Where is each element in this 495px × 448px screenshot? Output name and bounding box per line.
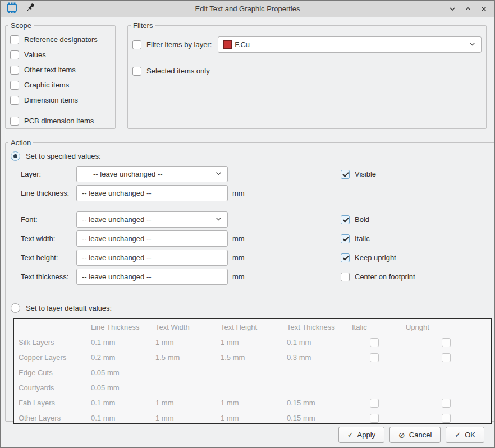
layer-filter-select[interactable]: F.Cu	[218, 36, 482, 53]
cancel-icon	[398, 431, 405, 439]
radio-label[interactable]: Set to layer default values:	[26, 304, 112, 312]
italic-cell-checkbox[interactable]	[370, 353, 379, 362]
upright-cell-checkbox[interactable]	[442, 338, 451, 347]
line-thickness-input[interactable]	[76, 185, 228, 201]
scope-item-other-text-items[interactable]: Other text items	[10, 62, 111, 77]
center-on-footprint-checkbox[interactable]	[341, 273, 350, 281]
checkbox-label[interactable]: Graphic items	[24, 81, 69, 89]
table-header-row: Line Thickness Text Width Text Height Te…	[14, 319, 491, 335]
scope-item-values[interactable]: Values	[10, 47, 111, 62]
layer-select[interactable]: -- leave unchanged --	[76, 166, 228, 182]
row-name: Fab Layers	[14, 399, 86, 407]
checkbox-label[interactable]: Reference designators	[24, 35, 98, 44]
layer-color-swatch	[223, 40, 232, 49]
action-legend: Action	[8, 138, 33, 147]
set-layer-defaults-row[interactable]: Set to layer default values:	[11, 302, 492, 313]
cell-value: 0.1 mm	[282, 338, 347, 347]
italic-cell-checkbox[interactable]	[370, 414, 379, 423]
pin-icon[interactable]	[25, 2, 36, 15]
column-header: Text Thickness	[282, 323, 347, 331]
button-label: Apply	[358, 431, 376, 439]
scope-group: Scope Reference designators Values Other…	[5, 21, 116, 129]
checkbox-label[interactable]: Values	[24, 50, 46, 59]
filter-items-by-layer-checkbox[interactable]	[132, 40, 141, 49]
filter-items-by-layer-label[interactable]: Filter items by layer:	[146, 40, 212, 49]
upright-cell-checkbox[interactable]	[442, 399, 451, 408]
layer-filter-value: F.Cu	[235, 40, 465, 49]
italic-row[interactable]: Italic	[341, 234, 370, 243]
set-specified-values-radio[interactable]	[11, 151, 20, 161]
table-row: Copper Layers 0.2 mm 1.5 mm 1.5 mm 0.3 m…	[14, 350, 491, 365]
scope-item-pcb-dimension-items[interactable]: PCB dimension items	[10, 113, 111, 128]
cell-value: 0.1 mm	[86, 414, 151, 422]
scope-item-graphic-items[interactable]: Graphic items	[10, 77, 111, 93]
text-width-row: Text width: mm Italic	[21, 230, 492, 247]
cell-value: 1.5 mm	[151, 353, 216, 362]
text-width-label: Text width:	[21, 234, 76, 243]
checkbox-label[interactable]: PCB dimension items	[24, 117, 94, 125]
upright-cell-checkbox[interactable]	[442, 353, 451, 362]
values-checkbox[interactable]	[10, 50, 19, 59]
bold-row[interactable]: Bold	[341, 215, 369, 224]
visible-row[interactable]: Visible	[341, 170, 376, 179]
unit-label: mm	[232, 253, 249, 262]
upright-cell-checkbox[interactable]	[442, 414, 451, 423]
font-select[interactable]: -- leave unchanged --	[76, 211, 228, 228]
graphic-items-checkbox[interactable]	[10, 81, 19, 90]
ok-button[interactable]: OK	[446, 427, 484, 443]
close-icon[interactable]	[479, 4, 489, 14]
checkbox-label[interactable]: Selected items only	[146, 67, 210, 75]
button-label: Cancel	[409, 431, 432, 439]
apply-button[interactable]: Apply	[338, 427, 384, 443]
dimension-items-checkbox[interactable]	[10, 96, 19, 105]
checkbox-label[interactable]: Visible	[355, 170, 376, 178]
font-label: Font:	[21, 215, 76, 224]
checkbox-label[interactable]: Italic	[355, 234, 370, 243]
checkbox-label[interactable]: Dimension items	[24, 96, 78, 104]
selected-items-only-row[interactable]: Selected items only	[132, 63, 482, 78]
bold-checkbox[interactable]	[341, 215, 350, 224]
center-on-footprint-row[interactable]: Center on footprint	[341, 273, 415, 281]
keep-upright-row[interactable]: Keep upright	[341, 253, 396, 262]
scope-item-dimension-items[interactable]: Dimension items	[10, 93, 111, 108]
cell-value: 1 mm	[151, 399, 216, 407]
visible-checkbox[interactable]	[341, 170, 350, 179]
text-width-input[interactable]	[76, 230, 228, 247]
dialog-footer: Apply Cancel OK	[5, 427, 490, 443]
row-name: Copper Layers	[14, 353, 86, 362]
row-name: Courtyards	[14, 384, 86, 392]
chevron-down-icon[interactable]	[447, 4, 457, 14]
text-height-input[interactable]	[76, 250, 228, 266]
radio-label[interactable]: Set to specified values:	[26, 152, 101, 160]
chevron-up-icon[interactable]	[463, 4, 473, 14]
italic-checkbox[interactable]	[341, 234, 350, 243]
text-height-row: Text height: mm Keep upright	[21, 250, 492, 266]
selected-items-only-checkbox[interactable]	[132, 67, 141, 76]
pcb-dimension-items-checkbox[interactable]	[10, 117, 19, 126]
column-header: Text Width	[151, 323, 216, 331]
checkbox-label[interactable]: Bold	[355, 215, 369, 224]
cancel-button[interactable]: Cancel	[389, 427, 441, 443]
checkbox-label[interactable]: Center on footprint	[355, 273, 415, 281]
reference-designators-checkbox[interactable]	[10, 35, 19, 44]
cell-value: 0.1 mm	[86, 399, 151, 407]
other-text-items-checkbox[interactable]	[10, 66, 19, 75]
font-select-value: -- leave unchanged --	[82, 215, 212, 224]
checkbox-label[interactable]: Other text items	[24, 66, 76, 74]
set-specified-values-row[interactable]: Set to specified values:	[11, 150, 492, 161]
text-thickness-input[interactable]	[76, 269, 228, 285]
italic-cell-checkbox[interactable]	[370, 399, 379, 408]
italic-cell-checkbox[interactable]	[370, 338, 379, 347]
title-bar: Edit Text and Graphic Properties	[1, 1, 494, 17]
unit-label: mm	[232, 189, 249, 197]
line-thickness-label: Line thickness:	[21, 189, 76, 197]
set-layer-defaults-radio[interactable]	[11, 303, 20, 313]
check-icon	[455, 431, 461, 438]
layer-row: Layer: -- leave unchanged -- Visible	[21, 166, 492, 182]
keep-upright-checkbox[interactable]	[341, 253, 350, 262]
text-thickness-label: Text thickness:	[21, 273, 76, 281]
action-group: Action Set to specified values: Layer: -…	[5, 138, 495, 422]
checkbox-label[interactable]: Keep upright	[355, 253, 396, 262]
scope-item-reference-designators[interactable]: Reference designators	[10, 32, 111, 47]
column-header: Text Height	[216, 323, 282, 331]
